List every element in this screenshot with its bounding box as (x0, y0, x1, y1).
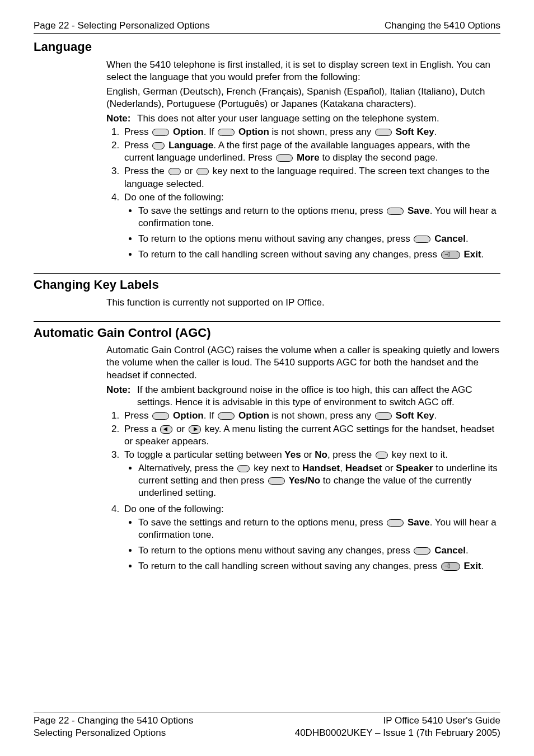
softkey-icon (414, 236, 430, 243)
header-right: Changing the 5410 Options (385, 20, 500, 32)
softkey-icon (414, 547, 430, 555)
softkey-icon (387, 208, 404, 215)
section-title-key-labels: Changing Key Labels (34, 277, 500, 293)
softkey-icon (375, 129, 392, 136)
footer-right-1: IP Office 5410 User's Guide (383, 715, 500, 727)
softkey-icon (268, 477, 285, 485)
softkey-icon (218, 412, 235, 420)
lang-step-1: Press Option. If Option is not shown, pr… (122, 126, 500, 138)
softkey-icon (152, 412, 169, 420)
exit-key-icon (441, 251, 460, 259)
page-header: Page 22 - Selecting Personalized Options… (34, 20, 500, 34)
softkey-icon (276, 154, 293, 162)
language-intro-2: English, German (Deutsch), French (Franç… (106, 86, 500, 110)
agc-step-2: Press a or key. A menu listing the curre… (122, 423, 500, 448)
agc-intro: Automatic Gain Control (AGC) raises the … (106, 344, 500, 381)
agc-alt-bullet: Alternatively, press the key next to Han… (138, 462, 500, 499)
lang-save-bullet: To save the settings and return to the o… (138, 205, 500, 229)
softkey-icon (387, 519, 404, 527)
agc-step-4: Do one of the following: To save the set… (122, 503, 500, 572)
page-footer: Page 22 - Changing the 5410 Options IP O… (34, 712, 500, 739)
feature-key-icon (376, 452, 388, 459)
footer-right-2: 40DHB0002UKEY – Issue 1 (7th February 20… (295, 727, 500, 739)
footer-left-2: Selecting Personalized Options (34, 727, 166, 739)
section-title-language: Language (34, 39, 500, 55)
header-left: Page 22 - Selecting Personalized Options (34, 20, 210, 32)
lang-step-4: Do one of the following: To save the set… (122, 191, 500, 261)
softkey-icon (375, 412, 392, 420)
footer-left-1: Page 22 - Changing the 5410 Options (34, 715, 193, 727)
lang-exit-bullet: To return to the call handling screen wi… (138, 248, 500, 261)
exit-key-icon (441, 562, 460, 571)
agc-save-bullet: To save the settings and return to the o… (138, 516, 500, 541)
note-text: This does not alter your user language s… (137, 112, 500, 125)
section-title-agc: Automatic Gain Control (AGC) (34, 325, 500, 341)
note-label: Note: (106, 384, 137, 408)
agc-exit-bullet: To return to the call handling screen wi… (138, 560, 500, 572)
lang-step-3: Press the or key next to the language re… (122, 165, 500, 190)
feature-key-icon (237, 465, 250, 472)
softkey-icon (152, 129, 169, 136)
agc-step-3: To toggle a particular setting between Y… (122, 449, 500, 499)
keylabels-intro: This function is currently not supported… (106, 297, 500, 309)
feature-key-icon (196, 168, 209, 175)
lang-step-2: Press Language. A the first page of the … (122, 139, 500, 164)
right-arrow-key-icon (189, 425, 201, 434)
note-text: If the ambient background noise in the o… (137, 384, 500, 408)
left-arrow-key-icon (160, 425, 172, 434)
lang-cancel-bullet: To return to the options menu without sa… (138, 233, 500, 245)
softkey-icon (218, 129, 235, 136)
feature-key-icon (152, 142, 165, 149)
agc-cancel-bullet: To return to the options menu without sa… (138, 544, 500, 557)
language-intro-1: When the 5410 telephone is first install… (106, 59, 500, 83)
agc-step-1: Press Option. If Option is not shown, pr… (122, 410, 500, 422)
feature-key-icon (168, 168, 181, 175)
note-label: Note: (106, 112, 137, 125)
